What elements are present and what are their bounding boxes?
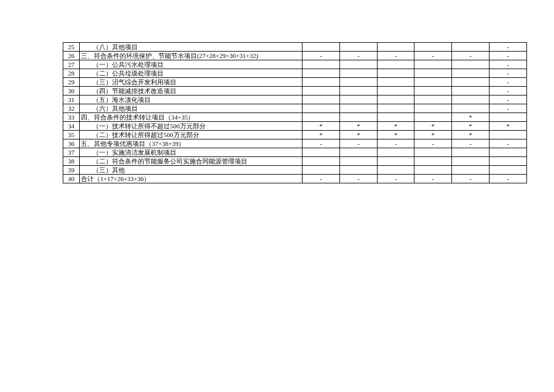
table-row: 28（二）公共垃圾处理项目- [63, 69, 527, 78]
table-row: 29（三）沼气综合开发利用项目- [63, 78, 527, 87]
row-value: - [340, 175, 378, 183]
row-value [303, 166, 340, 175]
row-value [490, 157, 527, 166]
row-label: （四）节能减排技术改造项目 [80, 87, 303, 96]
row-label: （三）沼气综合开发利用项目 [80, 78, 303, 87]
row-value: - [378, 175, 414, 183]
row-value: - [414, 52, 452, 60]
row-value [452, 96, 490, 104]
row-value: - [414, 139, 452, 148]
row-index: 34 [63, 122, 80, 131]
row-label: （二）技术转让所得超过500万元部分 [80, 131, 303, 139]
row-value [490, 113, 527, 122]
row-value: - [303, 175, 340, 183]
row-value: - [490, 87, 527, 96]
row-value: - [452, 175, 490, 183]
row-value [414, 87, 452, 96]
table-row: 31（五）海水淡化项目- [63, 96, 527, 104]
row-value [340, 60, 378, 69]
row-value [414, 78, 452, 87]
row-label: （二）公共垃圾处理项目 [80, 69, 303, 78]
table-row: 39（三）其他 [63, 166, 527, 175]
row-value: - [340, 52, 378, 60]
row-value: * [452, 122, 490, 131]
row-index: 33 [63, 113, 80, 122]
row-index: 32 [63, 104, 80, 113]
row-value [303, 96, 340, 104]
row-index: 38 [63, 157, 80, 166]
row-value: - [378, 52, 414, 60]
row-value [452, 87, 490, 96]
row-value: * [340, 131, 378, 139]
row-value [340, 87, 378, 96]
row-value [378, 96, 414, 104]
row-value: * [490, 122, 527, 131]
row-index: 28 [63, 69, 80, 78]
row-value [490, 148, 527, 157]
row-index: 29 [63, 78, 80, 87]
row-value [452, 157, 490, 166]
row-value [340, 43, 378, 52]
row-value: * [378, 131, 414, 139]
table-row: 32（六）其他项目- [63, 104, 527, 113]
table-row: 40合计（1+17+26+33+36）------ [63, 175, 527, 183]
row-value [414, 148, 452, 157]
row-value [340, 166, 378, 175]
row-value: * [303, 131, 340, 139]
row-index: 36 [63, 139, 80, 148]
row-value [378, 60, 414, 69]
data-table: 25（八）其他项目-26三、符合条件的环境保护、节能节水项目(27+28+29+… [63, 42, 527, 183]
row-value: - [490, 175, 527, 183]
row-value: - [490, 43, 527, 52]
row-value: - [303, 52, 340, 60]
table-row: 33四、符合条件的技术转让项目（34+35）* [63, 113, 527, 122]
row-value [378, 157, 414, 166]
row-index: 39 [63, 166, 80, 175]
row-index: 37 [63, 148, 80, 157]
row-value: - [452, 52, 490, 60]
row-label: （六）其他项目 [80, 104, 303, 113]
row-value: * [414, 131, 452, 139]
row-value: - [490, 69, 527, 78]
row-index: 25 [63, 43, 80, 52]
row-value [452, 78, 490, 87]
row-value [340, 96, 378, 104]
row-value [303, 113, 340, 122]
row-value [303, 157, 340, 166]
row-value [303, 43, 340, 52]
row-index: 31 [63, 96, 80, 104]
table-row: 37（一）实施清洁发展机制项目 [63, 148, 527, 157]
row-label: （五）海水淡化项目 [80, 96, 303, 104]
row-value: - [452, 139, 490, 148]
row-value: * [378, 122, 414, 131]
row-index: 30 [63, 87, 80, 96]
row-value [378, 78, 414, 87]
row-value: - [340, 139, 378, 148]
row-label: （一）技术转让所得不超过500万元部分 [80, 122, 303, 131]
row-value: - [490, 60, 527, 69]
row-value [414, 104, 452, 113]
row-value [303, 60, 340, 69]
row-index: 40 [63, 175, 80, 183]
table-row: 36五、其他专项优惠项目（37+38+39）------ [63, 139, 527, 148]
row-value [303, 104, 340, 113]
row-value [378, 113, 414, 122]
row-value [414, 43, 452, 52]
row-value: * [340, 122, 378, 131]
row-value: * [452, 131, 490, 139]
row-value [378, 43, 414, 52]
table-row: 27（一）公共污水处理项目- [63, 60, 527, 69]
row-label: （二）符合条件的节能服务公司实施合同能源管理项目 [80, 157, 303, 166]
row-label: 合计（1+17+26+33+36） [80, 175, 303, 183]
row-value [414, 60, 452, 69]
row-value: - [490, 52, 527, 60]
row-value: - [303, 139, 340, 148]
row-value [340, 104, 378, 113]
row-value [378, 87, 414, 96]
row-value: - [490, 104, 527, 113]
row-value [452, 69, 490, 78]
table-row: 35（二）技术转让所得超过500万元部分***** [63, 131, 527, 139]
row-value: - [490, 139, 527, 148]
row-value [378, 166, 414, 175]
row-value: - [490, 96, 527, 104]
